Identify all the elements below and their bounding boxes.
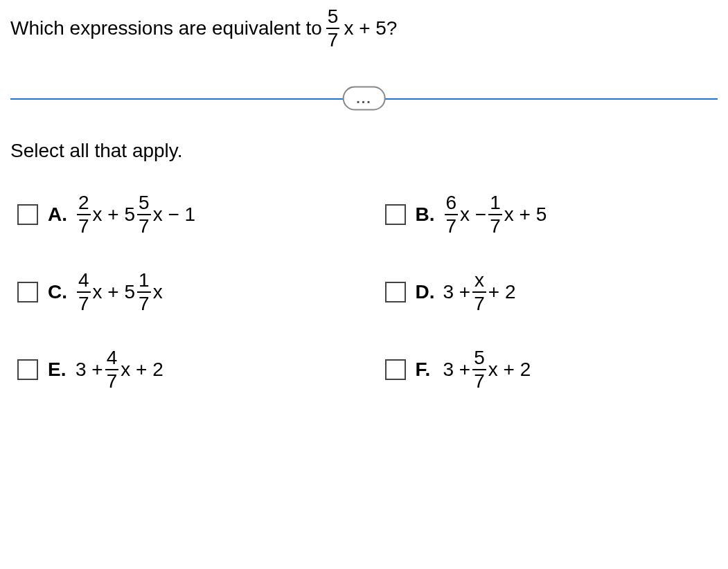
option-e[interactable]: E. 3 + 47 x + 2 [17,348,344,391]
checkbox-c[interactable] [17,282,38,302]
checkbox-f[interactable] [385,359,406,380]
option-b-label: B. [416,204,435,226]
expand-button[interactable]: ... [342,87,386,111]
checkbox-a[interactable] [17,204,38,225]
question-pre: Which expressions are equivalent to [10,17,322,39]
option-b-expr: 67 x − 17 x + 5 [443,193,547,236]
question-fraction: 5 7 [326,7,340,50]
option-c[interactable]: C. 47 x + 5 17 x [17,271,344,314]
option-b[interactable]: B. 67 x − 17 x + 5 [385,193,711,236]
option-f-expr: 3 + 57 x + 2 [443,348,531,391]
ellipsis-icon: ... [356,91,372,106]
option-c-expr: 47 x + 5 17 x [76,271,163,314]
question-text: Which expressions are equivalent to 5 7 … [10,7,718,50]
option-f-label: F. [416,359,435,381]
section-divider: ... [10,84,718,112]
instruction-text: Select all that apply. [10,140,718,162]
option-c-label: C. [48,281,67,303]
option-f[interactable]: F. 3 + 57 x + 2 [385,348,711,391]
option-e-expr: 3 + 47 x + 2 [76,348,163,391]
option-a[interactable]: A. 27 x + 5 57 x − 1 [17,193,344,236]
checkbox-e[interactable] [17,359,38,380]
option-d[interactable]: D. 3 + x7 + 2 [385,271,711,314]
option-e-label: E. [48,359,67,381]
option-a-expr: 27 x + 5 57 x − 1 [76,193,195,236]
option-a-label: A. [48,204,67,226]
options-grid: A. 27 x + 5 57 x − 1 B. 67 x − 17 x + 5 … [10,193,718,391]
option-d-label: D. [416,281,435,303]
question-post: x + 5? [344,17,397,39]
checkbox-b[interactable] [385,204,406,225]
checkbox-d[interactable] [385,282,406,302]
option-d-expr: 3 + x7 + 2 [443,271,516,314]
